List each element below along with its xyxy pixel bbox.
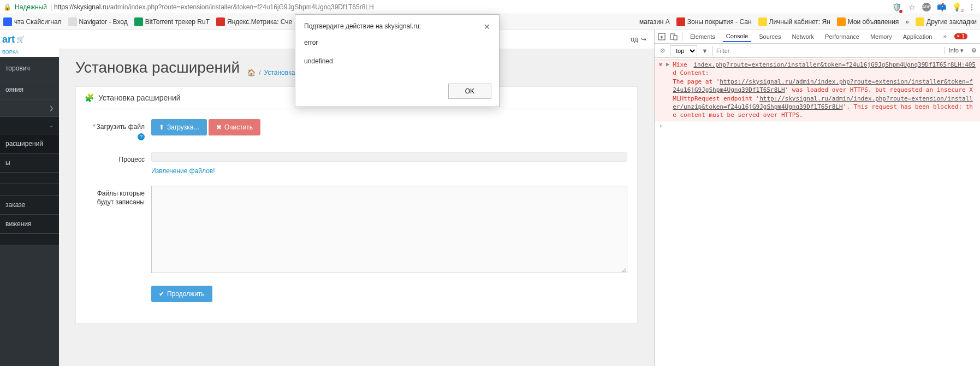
- bookmark-item[interactable]: магазин А: [639, 18, 670, 26]
- url-divider: |: [50, 3, 52, 11]
- clear-console-icon[interactable]: ⊘: [658, 46, 667, 55]
- favicon-icon: [758, 17, 767, 26]
- bookmark-item[interactable]: Мои объявления: [837, 17, 899, 26]
- console-message: index.php?route=extension/installer&toke…: [673, 61, 976, 120]
- tab-application[interactable]: Application: [900, 31, 936, 42]
- modal-line: error: [304, 39, 490, 46]
- abp-icon[interactable]: ABP: [922, 3, 931, 11]
- level-select[interactable]: Info ▾: [944, 47, 968, 54]
- progress-area: Извлечение файлов!: [151, 152, 627, 175]
- lock-icon: 🔒: [3, 3, 11, 11]
- bookmark-item[interactable]: Зоны покрытия - Сан: [676, 17, 752, 26]
- continue-controls: ✔ Продолжить: [151, 286, 627, 302]
- sidebar-subitem[interactable]: заказе: [0, 196, 59, 215]
- error-count-badge[interactable]: 1: [954, 33, 967, 39]
- status-text: Извлечение файлов!: [151, 167, 627, 175]
- tab-elements[interactable]: Elements: [687, 31, 718, 42]
- browser-address-bar: 🔒 Надежный | https://skysignal.ru/admin/…: [0, 0, 980, 14]
- sidebar-subitem[interactable]: [0, 173, 59, 184]
- filter-input[interactable]: [712, 46, 941, 56]
- logout-link[interactable]: од ↪: [629, 36, 646, 43]
- error-icon: ⊗: [659, 61, 663, 68]
- device-icon[interactable]: [670, 32, 678, 41]
- bookmark-item[interactable]: чта Скайсигнал: [3, 17, 62, 26]
- expand-icon[interactable]: ▶: [666, 61, 670, 68]
- other-bookmarks[interactable]: Другие закладки: [916, 17, 977, 26]
- devtools-panel: Elements Console Sources Network Perform…: [654, 29, 980, 366]
- bookmark-item[interactable]: Яндекс.Метрика: Сче: [216, 17, 292, 26]
- close-icon[interactable]: ✕: [484, 22, 490, 31]
- continue-row: ✔ Продолжить: [86, 286, 627, 302]
- url-text[interactable]: https://skysignal.ru/admin/index.php?rou…: [54, 3, 374, 11]
- sidebar-subitem[interactable]: вижения: [0, 215, 59, 234]
- sidebar-item[interactable]: ❯: [0, 99, 59, 117]
- brand-sub: БОРКА: [0, 49, 59, 57]
- help-icon[interactable]: ?: [138, 133, 145, 140]
- address-bar-icons: 🛡️ ☆ ABP 📫 💡3 ⋮: [892, 2, 977, 12]
- gear-icon[interactable]: ⚙: [971, 47, 977, 54]
- favicon-icon: [837, 17, 846, 26]
- home-icon[interactable]: 🏠: [247, 69, 256, 76]
- sidebar-subitem[interactable]: [0, 234, 59, 245]
- breadcrumb: 🏠 / Установка р: [247, 69, 300, 76]
- chevron-right-icon: ❯: [49, 105, 54, 111]
- ok-button[interactable]: OK: [448, 84, 491, 99]
- tab-memory[interactable]: Memory: [867, 31, 895, 42]
- sidebar-item[interactable]: ояния: [0, 80, 59, 99]
- console-toolbar: ⊘ top ▼ Info ▾ ⚙: [655, 44, 980, 58]
- files-textarea[interactable]: [151, 186, 627, 273]
- tabs-overflow-icon[interactable]: »: [943, 33, 947, 40]
- files-row: Файлы которые будут записаны: [86, 186, 627, 275]
- cart-icon: 🛒: [16, 36, 25, 43]
- modal-line: undefined: [304, 57, 490, 65]
- ext-icon[interactable]: 🛡️: [892, 2, 901, 12]
- context-select[interactable]: top: [670, 45, 697, 56]
- favicon-icon: [134, 17, 143, 26]
- folder-icon: [916, 17, 924, 26]
- sidebar-subitem[interactable]: [0, 184, 59, 196]
- continue-button[interactable]: ✔ Продолжить: [151, 286, 212, 302]
- tab-performance[interactable]: Performance: [822, 31, 863, 42]
- source-link[interactable]: index.php?route=extension/installer&toke…: [693, 61, 976, 69]
- logout-icon: ↪: [641, 36, 646, 43]
- modal-header: Подтвердите действие на skysignal.ru: ✕: [295, 15, 499, 33]
- upload-controls: ⬆ Загрузка... ✖ Очистить: [151, 119, 627, 135]
- upload-row: *Загрузить файл ? ⬆ Загрузка... ✖ Очисти…: [86, 119, 627, 141]
- sidebar-subitem[interactable]: ы: [0, 154, 59, 173]
- tab-network[interactable]: Network: [789, 31, 817, 42]
- favicon-icon: [676, 17, 685, 26]
- menu-icon[interactable]: ⋮: [967, 2, 977, 12]
- bookmark-item[interactable]: Navigator - Вход: [68, 17, 128, 26]
- bookmark-chevron-icon[interactable]: »: [905, 18, 909, 26]
- inspect-icon[interactable]: [658, 32, 666, 41]
- modal-footer: OK: [295, 78, 499, 107]
- check-icon: ✔: [159, 290, 164, 298]
- console-error-row[interactable]: ⊗ ▶ index.php?route=extension/installer&…: [655, 59, 980, 121]
- console-prompt[interactable]: ›: [655, 121, 980, 131]
- filter-toggle-icon[interactable]: ▼: [700, 46, 709, 55]
- sidebar-item[interactable]: ⌄: [0, 117, 59, 134]
- bulb-icon[interactable]: 💡3: [952, 2, 961, 12]
- favicon-icon: [216, 17, 225, 26]
- panel-body: *Загрузить файл ? ⬆ Загрузка... ✖ Очисти…: [76, 109, 637, 323]
- secure-badge: Надежный: [15, 3, 47, 11]
- eraser-icon: ✖: [216, 123, 222, 131]
- tab-sources[interactable]: Sources: [756, 31, 784, 42]
- process-row: Процесс Извлечение файлов!: [86, 152, 627, 175]
- tab-console[interactable]: Console: [723, 31, 751, 42]
- star-icon[interactable]: ☆: [907, 2, 917, 12]
- admin-sidebar: art 🛒 БОРКА торович ояния ❯ ⌄ расширений…: [0, 29, 59, 366]
- js-alert-modal: Подтвердите действие на skysignal.ru: ✕ …: [295, 14, 500, 107]
- sidebar-subitem[interactable]: расширений: [0, 134, 59, 154]
- upload-icon: ⬆: [159, 123, 164, 131]
- bookmark-item[interactable]: BitTorrent трекер RuT: [134, 17, 210, 26]
- sidebar-user[interactable]: торович: [0, 57, 59, 80]
- panel-title: Установка расширений: [98, 93, 181, 102]
- brand-logo[interactable]: art 🛒: [0, 29, 59, 49]
- url-host: https://skysignal.ru: [54, 3, 108, 11]
- upload-button[interactable]: ⬆ Загрузка...: [151, 119, 207, 135]
- clear-button[interactable]: ✖ Очистить: [209, 119, 260, 135]
- inbox-icon[interactable]: 📫: [936, 2, 946, 12]
- bookmark-item[interactable]: Личный кабинет: Ян: [758, 17, 830, 26]
- devtools-menu-icon[interactable]: ⋮: [977, 33, 980, 40]
